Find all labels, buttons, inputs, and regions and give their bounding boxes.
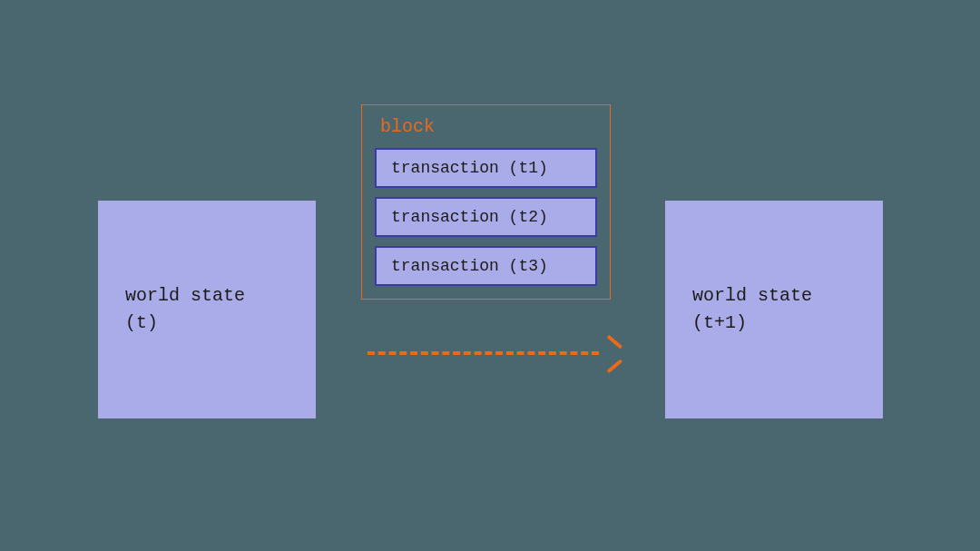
state-before-line1: world state xyxy=(125,285,245,306)
world-state-before-label: world state (t) xyxy=(125,282,245,337)
world-state-before: world state (t) xyxy=(98,201,316,418)
world-state-after: world state (t+1) xyxy=(665,201,883,418)
transaction-row: transaction (t2) xyxy=(375,197,597,237)
block-container: block transaction (t1) transaction (t2) … xyxy=(361,104,611,300)
transaction-row: transaction (t3) xyxy=(375,246,597,286)
state-before-line2: (t) xyxy=(125,312,158,333)
block-title: block xyxy=(380,116,597,137)
state-after-line2: (t+1) xyxy=(692,312,747,333)
transaction-row: transaction (t1) xyxy=(375,148,597,188)
transition-arrow xyxy=(368,340,622,368)
arrow-line xyxy=(368,351,599,355)
world-state-after-label: world state (t+1) xyxy=(692,282,812,337)
state-after-line1: world state xyxy=(692,285,812,306)
